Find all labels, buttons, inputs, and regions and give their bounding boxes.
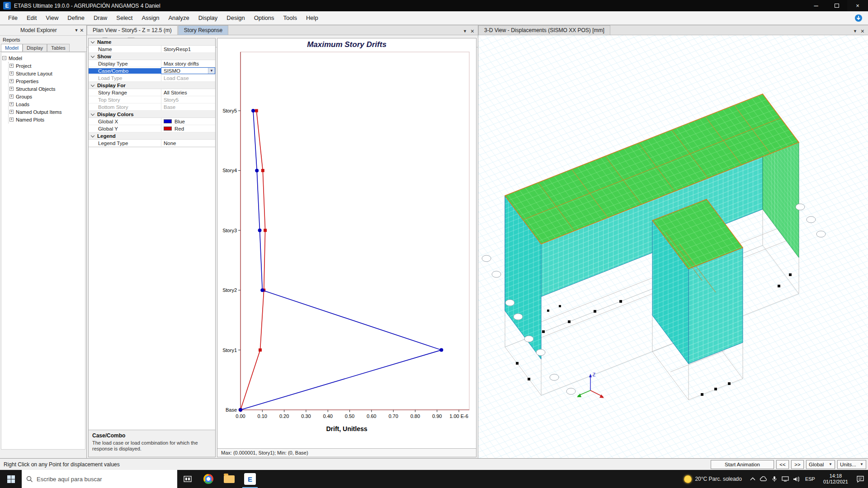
network-tray-icon[interactable] xyxy=(780,470,791,488)
tab-3d-view[interactable]: 3-D View - Displacements (SISMO XX POS) … xyxy=(478,25,610,35)
taskbar-clock[interactable]: 14:18 01/12/2021 xyxy=(819,473,853,485)
expand-icon[interactable]: + xyxy=(9,94,14,99)
chevron-down-icon: ▼ xyxy=(829,462,832,466)
property-global-x-color[interactable]: Global XBlue xyxy=(89,118,215,125)
tab-close-icon[interactable]: × xyxy=(861,29,864,33)
model-explorer-title: Model Explorer xyxy=(3,27,75,33)
category-name[interactable]: Name xyxy=(89,38,215,46)
menu-help[interactable]: Help xyxy=(302,12,323,23)
expand-icon[interactable]: + xyxy=(9,102,14,106)
taskbar-search[interactable]: Escribe aquí para buscar xyxy=(22,470,177,488)
3d-model-view[interactable]: Z xyxy=(478,35,868,458)
tab-list-icon[interactable]: ▼ xyxy=(463,29,467,33)
tree-item-structure-layout[interactable]: +Structure Layout xyxy=(9,70,84,77)
category-legend[interactable]: Legend xyxy=(89,132,215,140)
start-button[interactable] xyxy=(0,470,22,488)
property-global-y-color[interactable]: Global YRed xyxy=(89,125,215,132)
units-dropdown[interactable]: Units...▼ xyxy=(837,460,866,469)
tab-plan-view[interactable]: Plan View - Story5 - Z = 12.5 (m) xyxy=(87,25,178,35)
svg-text:0.40: 0.40 xyxy=(323,413,332,419)
svg-text:0.60: 0.60 xyxy=(367,413,376,419)
category-display-for[interactable]: Display For xyxy=(89,82,215,89)
tree-root-model[interactable]: − Model xyxy=(2,54,84,62)
close-button[interactable]: × xyxy=(847,0,868,11)
svg-text:Story3: Story3 xyxy=(222,228,237,233)
status-message: Right Click on any Point for displacemen… xyxy=(0,461,711,468)
coordinate-system-dropdown[interactable]: Global▼ xyxy=(806,460,835,469)
collapse-icon[interactable]: − xyxy=(2,56,6,60)
menu-assign[interactable]: Assign xyxy=(137,12,164,23)
task-view-button[interactable] xyxy=(177,470,198,488)
menu-define[interactable]: Define xyxy=(63,12,89,23)
tab-close-icon[interactable]: × xyxy=(471,29,474,33)
property-legend-type[interactable]: Legend TypeNone xyxy=(89,140,215,147)
etabs-window: E ETABS Ultimate 19.0.0 - AGRUPACIÓN ANG… xyxy=(0,0,868,488)
menu-display[interactable]: Display xyxy=(194,12,222,23)
expand-icon[interactable]: + xyxy=(9,117,14,122)
property-display-type[interactable]: Display TypeMax story drifts xyxy=(89,60,215,67)
category-display-colors[interactable]: Display Colors xyxy=(89,111,215,118)
property-case-combo[interactable]: Case/ComboSISMO▼ xyxy=(89,67,215,75)
expand-icon[interactable]: + xyxy=(9,87,14,91)
weather-sun-icon xyxy=(684,475,692,483)
tab-tables[interactable]: Tables xyxy=(47,44,70,52)
property-story-range[interactable]: Story RangeAll Stories xyxy=(89,89,215,96)
svg-text:0.90: 0.90 xyxy=(432,413,442,419)
menu-options[interactable]: Options xyxy=(250,12,279,23)
red-color-swatch xyxy=(164,127,172,131)
tray-expand-icon[interactable] xyxy=(747,470,758,488)
tree-item-loads[interactable]: +Loads xyxy=(9,100,84,108)
description-title: Case/Combo xyxy=(92,432,212,439)
case-combo-dropdown[interactable]: ▼ xyxy=(208,68,215,74)
onedrive-cloud-icon[interactable] xyxy=(758,470,769,488)
menu-analyze[interactable]: Analyze xyxy=(164,12,193,23)
expand-icon[interactable]: + xyxy=(9,79,14,83)
chart-title: Maximum Story Drifts xyxy=(217,38,476,51)
menu-draw[interactable]: Draw xyxy=(89,12,112,23)
expand-icon[interactable]: + xyxy=(9,110,14,114)
taskbar-weather[interactable]: 20°C Parc. soleado xyxy=(679,475,747,483)
maximize-button[interactable] xyxy=(826,0,847,11)
file-explorer-icon[interactable] xyxy=(219,470,240,488)
menu-tools[interactable]: Tools xyxy=(279,12,302,23)
tree-item-project[interactable]: +Project xyxy=(9,62,84,70)
response-properties: Name NameStoryResp1 Show Display TypeMax… xyxy=(88,38,216,457)
expand-icon[interactable]: + xyxy=(9,71,14,75)
update-download-icon[interactable] xyxy=(854,14,863,22)
panel-menu-icon[interactable]: ▼ xyxy=(75,28,79,33)
etabs-taskbar-icon[interactable]: E xyxy=(240,470,260,488)
chevron-down-icon xyxy=(91,112,94,115)
property-name[interactable]: NameStoryResp1 xyxy=(89,46,215,53)
panel-close-icon[interactable]: × xyxy=(80,28,84,33)
tab-model[interactable]: Model xyxy=(1,44,23,52)
animation-next-button[interactable]: >> xyxy=(791,460,804,469)
start-animation-button[interactable]: Start Animation xyxy=(711,460,774,469)
view-3d-panel: 3-D View - Displacements (SISMO XX POS) … xyxy=(478,25,868,458)
menu-file[interactable]: File xyxy=(4,12,22,23)
menu-edit[interactable]: Edit xyxy=(22,12,41,23)
menu-design[interactable]: Design xyxy=(222,12,249,23)
expand-icon[interactable]: + xyxy=(9,64,14,68)
clock-date: 01/12/2021 xyxy=(823,479,848,485)
category-show[interactable]: Show xyxy=(89,53,215,60)
tab-display[interactable]: Display xyxy=(23,44,47,52)
microphone-tray-icon[interactable] xyxy=(769,470,780,488)
story-response-panel: Plan View - Story5 - Z = 12.5 (m) Story … xyxy=(87,25,478,458)
language-indicator[interactable]: ESP xyxy=(802,476,819,482)
menu-select[interactable]: Select xyxy=(112,12,137,23)
animation-prev-button[interactable]: << xyxy=(776,460,789,469)
tree-item-named-output-items[interactable]: +Named Output Items xyxy=(9,108,84,116)
minimize-button[interactable]: ─ xyxy=(806,0,826,11)
chrome-icon[interactable] xyxy=(198,470,219,488)
menubar: File Edit View Define Draw Select Assign… xyxy=(0,11,868,25)
tree-item-properties[interactable]: +Properties xyxy=(9,77,84,85)
tab-story-response[interactable]: Story Response xyxy=(178,25,228,35)
action-center-icon[interactable] xyxy=(853,470,868,488)
tree-item-structural-objects[interactable]: +Structural Objects xyxy=(9,85,84,93)
tree-item-named-plots[interactable]: +Named Plots xyxy=(9,116,84,123)
tab-list-icon[interactable]: ▼ xyxy=(853,29,857,33)
tree-item-groups[interactable]: +Groups xyxy=(9,93,84,100)
story-drift-chart[interactable]: 0.000.100.200.300.400.500.600.700.800.90… xyxy=(217,51,478,425)
volume-tray-icon[interactable] xyxy=(791,470,802,488)
menu-view[interactable]: View xyxy=(41,12,63,23)
